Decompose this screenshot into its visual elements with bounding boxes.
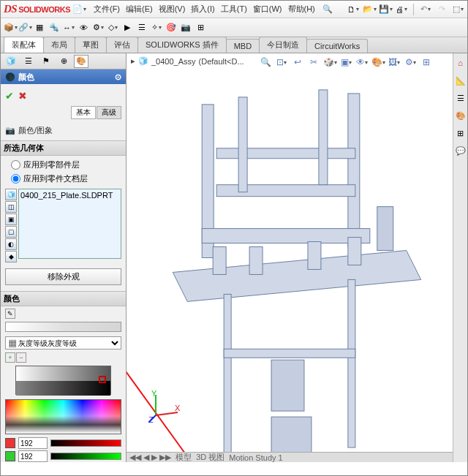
task-pane-strip: ⌂ 📐 ☰ 🎨 ⊞ 💬 xyxy=(453,53,467,462)
taskpane-custom-icon[interactable]: ⊞ xyxy=(454,126,467,140)
mate-icon[interactable]: 🔗 xyxy=(18,21,31,34)
pattern-icon[interactable]: ▦ xyxy=(33,21,46,34)
snapshot-icon[interactable]: 📷 xyxy=(179,21,192,34)
view-triad[interactable]: Y X Z xyxy=(148,390,181,423)
bottom-tab-model[interactable]: 模型 xyxy=(176,452,192,462)
cancel-button[interactable]: ✖ xyxy=(18,90,27,102)
ok-button[interactable]: ✔ xyxy=(5,90,14,102)
svg-rect-18 xyxy=(377,207,393,251)
taskpane-appearance-icon[interactable]: 🎨 xyxy=(454,109,467,122)
exploded-icon[interactable]: ✧ xyxy=(150,21,163,34)
open-icon[interactable]: 📂 xyxy=(363,3,376,16)
menu-tools[interactable]: 工具(T) xyxy=(221,4,247,15)
tab-evaluate[interactable]: 评估 xyxy=(106,37,138,53)
bottom-arrows[interactable]: ◀◀ ◀ ▶ ▶▶ xyxy=(129,453,171,462)
new-motion-icon[interactable]: ▶ xyxy=(121,21,134,34)
move-icon[interactable]: ↔ xyxy=(62,21,75,34)
tab-today[interactable]: 今日制造 xyxy=(259,37,307,53)
green-slider[interactable] xyxy=(50,453,121,460)
tab-assembly[interactable]: 装配体 xyxy=(4,37,44,53)
menu-file[interactable]: 文件(F) xyxy=(94,4,120,15)
redo-icon[interactable]: ↷ xyxy=(435,3,448,16)
search-icon[interactable]: 🔍 xyxy=(321,3,334,16)
red-value-input[interactable] xyxy=(18,437,48,449)
grayscale-picker[interactable] xyxy=(15,366,111,395)
menu-window[interactable]: 窗口(W) xyxy=(253,4,282,15)
filter-assy-icon[interactable]: 🧊 xyxy=(5,189,17,200)
config-tab-icon[interactable]: ⚑ xyxy=(39,55,53,68)
new-doc-icon[interactable]: 🗋 xyxy=(347,3,360,16)
svg-text:X: X xyxy=(175,404,181,412)
appearance-tab-icon[interactable]: 🎨 xyxy=(74,55,88,68)
svg-rect-5 xyxy=(271,417,312,457)
property-mgr-tab-icon[interactable]: ☰ xyxy=(21,55,36,68)
bom-icon[interactable]: ☰ xyxy=(135,21,148,34)
taskpane-home-icon[interactable]: ⌂ xyxy=(454,56,467,69)
selection-list[interactable]: 0400_215_Plate.SLDPRT xyxy=(18,189,121,259)
svg-text:Y: Y xyxy=(151,390,157,398)
new-dropdown[interactable]: 📄 xyxy=(73,3,86,16)
undo-icon[interactable]: ↶ xyxy=(419,3,432,16)
svg-rect-9 xyxy=(216,185,355,197)
bottom-tab-3dview[interactable]: 3D 视图 xyxy=(196,452,224,462)
instant3d-icon[interactable]: 🎯 xyxy=(165,21,178,34)
property-panel: 🧊 ☰ ⚑ ⊕ 🎨 🌑颜色⊙ ✔ ✖ 基本 高级 📷 颜色/图象 所选几何体 应… xyxy=(1,53,127,462)
radio-component-level[interactable] xyxy=(11,160,20,170)
save-icon[interactable]: 💾 xyxy=(379,3,392,16)
color-section-header: 颜色 xyxy=(1,291,126,306)
motion-tabs-bar: ◀◀ ◀ ▶ ▶▶ 模型 3D 视图 Motion Study 1 xyxy=(127,452,453,462)
add-swatch-icon[interactable]: + xyxy=(5,352,15,363)
swatch-preset-select[interactable]: ▦ 灰度等级灰度等级 xyxy=(5,336,121,350)
radio-part-doc-level[interactable] xyxy=(11,174,20,184)
dimxpert-tab-icon[interactable]: ⊕ xyxy=(56,55,71,68)
filter-part-icon[interactable]: ◫ xyxy=(5,201,17,213)
feature-tree-tab-icon[interactable]: 🧊 xyxy=(4,55,18,68)
tab-addins[interactable]: SOLIDWORKS 插件 xyxy=(137,37,227,53)
remove-appearance-button[interactable]: 移除外观 xyxy=(5,268,121,285)
filter-surface-icon[interactable]: ◆ xyxy=(5,251,17,262)
menu-bar: 文件(F) 编辑(E) 视图(V) 插入(I) 工具(T) 窗口(W) 帮助(H… xyxy=(89,3,339,16)
tab-layout[interactable]: 布局 xyxy=(43,37,75,53)
remove-swatch-icon[interactable]: − xyxy=(16,352,26,363)
filter-face-icon[interactable]: ◐ xyxy=(5,238,17,250)
separator xyxy=(413,4,414,15)
pin-icon[interactable]: ⊙ xyxy=(115,72,121,82)
red-slider[interactable] xyxy=(50,439,121,447)
subtab-advanced[interactable]: 高级 xyxy=(97,106,121,119)
menu-help[interactable]: 帮助(H) xyxy=(288,4,315,15)
smart-fastener-icon[interactable]: 🔩 xyxy=(48,21,61,34)
menu-insert[interactable]: 插入(I) xyxy=(191,4,214,15)
taskpane-props-icon[interactable]: ☰ xyxy=(454,91,467,105)
show-hidden-icon[interactable]: 👁 xyxy=(77,21,90,34)
menu-edit[interactable]: 编辑(E) xyxy=(126,4,153,15)
svg-rect-10 xyxy=(216,148,355,159)
green-value-input[interactable] xyxy=(18,450,48,462)
tab-sketch[interactable]: 草图 xyxy=(75,37,107,53)
insert-component-icon[interactable]: 📦 xyxy=(4,21,17,34)
bottom-tab-motion[interactable]: Motion Study 1 xyxy=(229,453,282,462)
green-swatch xyxy=(5,451,15,461)
tab-circuitworks[interactable]: CircuitWorks xyxy=(306,39,368,53)
title-bar: DSSOLIDWORKS 📄 文件(F) 编辑(E) 视图(V) 插入(I) 工… xyxy=(1,1,467,18)
panel-tab-row: 🧊 ☰ ⚑ ⊕ 🎨 xyxy=(1,53,126,69)
command-tabs: 装配体 布局 草图 评估 SOLIDWORKS 插件 MBD 今日制造 Circ… xyxy=(1,37,467,53)
taskpane-forum-icon[interactable]: 💬 xyxy=(454,144,467,157)
graphics-viewport[interactable]: ▸ 🧊 _0400_Assy (Default<D... 🔍 ⊡ ↩ ✂ 🎲 ▣… xyxy=(127,53,453,462)
taskpane-design-icon[interactable]: 📐 xyxy=(454,74,467,87)
assembly-feat-icon[interactable]: ⚙ xyxy=(91,21,105,34)
eyedropper-icon[interactable]: ✎ xyxy=(5,309,15,319)
hue-sat-picker[interactable] xyxy=(5,399,121,434)
config-icon[interactable]: ⊞ xyxy=(194,21,207,34)
ref-geom-icon[interactable]: ◇ xyxy=(106,21,119,34)
svg-rect-16 xyxy=(308,242,321,270)
red-swatch xyxy=(5,438,15,448)
grayscale-cursor[interactable] xyxy=(99,376,106,383)
tab-mbd[interactable]: MBD xyxy=(226,39,260,53)
filter-feature-icon[interactable]: ▣ xyxy=(5,214,17,225)
menu-view[interactable]: 视图(V) xyxy=(159,4,186,15)
selection-icon[interactable]: ⬚ xyxy=(451,3,464,16)
color-image-row[interactable]: 📷 颜色/图象 xyxy=(5,124,121,137)
print-icon[interactable]: 🖨 xyxy=(395,3,408,16)
subtab-basic[interactable]: 基本 xyxy=(71,106,96,119)
filter-body-icon[interactable]: ▢ xyxy=(5,226,17,238)
